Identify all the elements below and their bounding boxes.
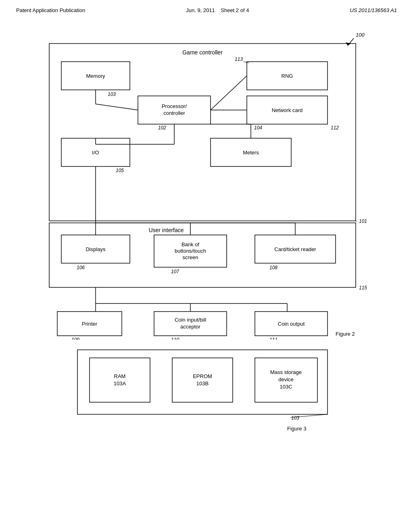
mass-storage-line1: Mass storage	[270, 369, 302, 375]
rng-label: RNG	[282, 73, 293, 79]
ref-113: 113	[235, 56, 243, 62]
printer-label: Printer	[82, 321, 98, 327]
ref-107: 107	[171, 269, 179, 274]
ref-106: 106	[77, 265, 85, 270]
figure2-label: Figure 2	[336, 331, 355, 337]
ref-103-fig3: 103	[291, 415, 299, 421]
mass-storage-line3: 103C	[280, 384, 292, 390]
game-controller-label: Game controller	[182, 49, 223, 56]
bank-buttons-line1: Bank of	[181, 241, 199, 247]
coin-input-line1: Coin input/bill	[175, 317, 206, 323]
ref-103-fig2: 103	[108, 91, 116, 97]
displays-label: Displays	[86, 246, 106, 252]
ref-108: 108	[269, 265, 277, 270]
eprom-label-line2: 103B	[196, 380, 209, 387]
ref-112: 112	[331, 125, 339, 131]
processor-label-line2: controller	[163, 110, 185, 116]
page-header: Patent Application Publication Jun. 9, 2…	[0, 0, 413, 17]
memory-label: Memory	[86, 73, 105, 79]
figure2-diagram: 100 Game controller 101 Memory 103 RNG 1…	[29, 25, 384, 340]
io-label: I/O	[92, 150, 99, 156]
ram-label-line1: RAM	[114, 373, 126, 379]
bank-buttons-line3: screen	[182, 254, 198, 260]
ref-104: 104	[254, 125, 262, 131]
ref-101: 101	[359, 218, 367, 224]
ram-label-line2: 103A	[114, 380, 126, 387]
coin-input-line2: acceptor	[180, 324, 201, 330]
diagram-area: 100 Game controller 101 Memory 103 RNG 1…	[0, 17, 413, 445]
ref-100-label: 100	[356, 32, 365, 38]
eprom-box	[172, 358, 233, 402]
bank-buttons-line2: buttons/touch	[175, 248, 206, 254]
ref-109: 109	[71, 337, 79, 340]
ref-115: 115	[359, 285, 367, 291]
card-ticket-label: Card/ticket reader	[274, 246, 316, 252]
game-controller-box	[49, 44, 356, 221]
figure3-label: Figure 3	[287, 426, 307, 432]
ref-102: 102	[158, 125, 166, 131]
mass-storage-line2: device	[278, 376, 294, 382]
ref-110: 110	[171, 337, 179, 340]
svg-line-5	[96, 104, 138, 110]
user-interface-label: User interface	[148, 227, 184, 233]
header-right: US 2011/136563 A1	[350, 7, 397, 13]
processor-label-line1: Processor/	[162, 103, 187, 109]
meters-label: Meters	[243, 150, 259, 156]
ref-111: 111	[269, 337, 277, 340]
ram-box	[90, 358, 150, 402]
network-card-label: Network card	[272, 107, 303, 113]
header-left: Patent Application Publication	[16, 7, 85, 13]
coin-output-label: Coin output	[278, 321, 305, 327]
figure3-diagram: RAM 103A EPROM 103B Mass storage device …	[69, 344, 344, 436]
header-center: Jun. 9, 2011 Sheet 2 of 4	[186, 7, 249, 13]
ref-105: 105	[116, 168, 124, 173]
svg-line-6	[211, 76, 247, 110]
user-interface-box	[49, 223, 356, 287]
eprom-label-line1: EPROM	[193, 373, 212, 379]
